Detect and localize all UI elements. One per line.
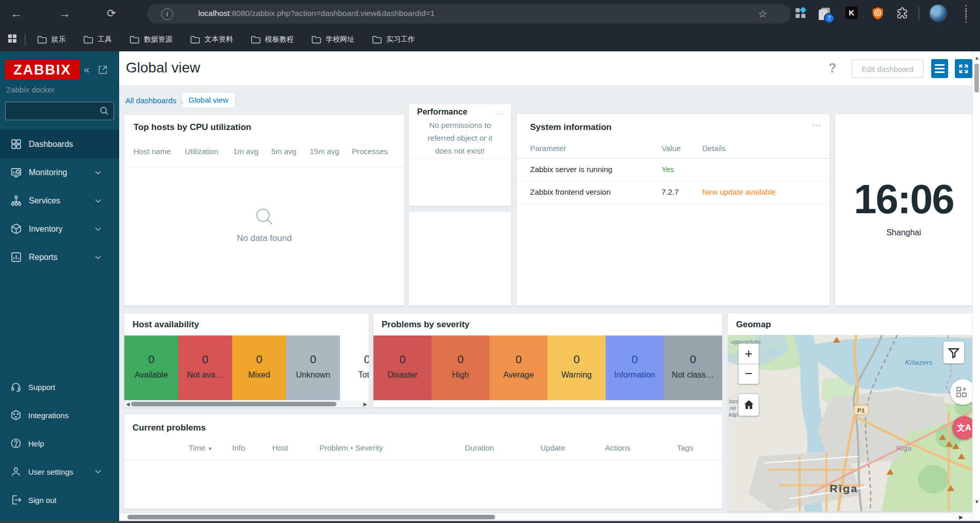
kiosk-mode-button[interactable] bbox=[955, 59, 972, 78]
widget-title[interactable]: Geomap bbox=[736, 320, 771, 330]
column-header[interactable]: Processes bbox=[352, 147, 388, 156]
breadcrumb-all-dashboards[interactable]: All dashboards bbox=[125, 96, 176, 105]
column-header-time[interactable]: Time ▼ bbox=[189, 443, 213, 452]
bookmark-folder[interactable]: 娱乐 bbox=[37, 35, 66, 44]
breadcrumb-current[interactable]: Global view bbox=[182, 93, 235, 107]
bookmark-folder[interactable]: 数据资源 bbox=[129, 35, 173, 44]
extension-pages-icon[interactable]: 7 bbox=[818, 7, 832, 23]
column-header[interactable]: Tags bbox=[677, 443, 693, 452]
bookmark-label: 文本资料 bbox=[204, 35, 233, 44]
url-text[interactable]: localhost:8080/zabbix.php?action=dashboa… bbox=[198, 9, 435, 18]
scroll-down-icon[interactable]: ▼ bbox=[974, 499, 979, 505]
extension-grid-icon[interactable] bbox=[794, 7, 807, 22]
column-header[interactable]: Duration bbox=[465, 443, 494, 452]
fullscreen-icon bbox=[958, 63, 969, 74]
severity-block-information[interactable]: 0Information bbox=[606, 335, 664, 400]
widget-title[interactable]: Host availability bbox=[133, 320, 199, 330]
sign-out-icon bbox=[10, 494, 22, 506]
scrollbar-thumb[interactable] bbox=[127, 515, 495, 519]
scroll-left-icon[interactable]: ◀ bbox=[126, 402, 130, 407]
scroll-right-icon[interactable]: ▶ bbox=[959, 515, 963, 520]
bookmark-folder[interactable]: 学校网址 bbox=[311, 35, 354, 44]
sidebar-item-dashboards[interactable]: Dashboards bbox=[0, 130, 119, 158]
vertical-scrollbar[interactable]: ▲ ▼ bbox=[972, 51, 980, 521]
reload-icon[interactable]: ⟳ bbox=[107, 6, 116, 21]
extension-shield-icon[interactable] bbox=[871, 7, 884, 22]
sidebar-search-input[interactable] bbox=[5, 102, 114, 120]
scrollbar-thumb[interactable] bbox=[131, 402, 336, 406]
map-filter-button[interactable] bbox=[943, 341, 965, 364]
severity-block-high[interactable]: 0High bbox=[431, 335, 489, 400]
column-header[interactable]: Host name bbox=[134, 147, 171, 156]
sidebar-item-help[interactable]: Help bbox=[0, 431, 119, 456]
bookmark-folder[interactable]: 实习工作 bbox=[372, 35, 415, 44]
pin-sidebar-icon[interactable] bbox=[98, 65, 108, 77]
apps-grid-icon[interactable] bbox=[7, 33, 17, 46]
availability-block-not-available[interactable]: 0Not ava… bbox=[178, 335, 232, 400]
sidebar-item-support[interactable]: Support bbox=[0, 374, 119, 400]
browser-menu-icon[interactable]: ⋮⋮⋮ bbox=[962, 6, 970, 22]
availability-block-mixed[interactable]: 0Mixed bbox=[232, 335, 286, 400]
widget-menu-icon[interactable]: ⋯ bbox=[812, 119, 822, 131]
widget-title[interactable]: Problems by severity bbox=[382, 320, 469, 330]
sidebar-item-user-settings[interactable]: User settings bbox=[0, 459, 119, 484]
edit-dashboard-button[interactable]: Edit dashboard bbox=[852, 60, 924, 78]
scroll-right-icon[interactable]: ▶ bbox=[363, 402, 367, 407]
site-info-icon[interactable]: i bbox=[161, 8, 173, 20]
sidebar-item-integrations[interactable]: Integrations bbox=[0, 402, 119, 428]
extension-badge: 7 bbox=[824, 13, 835, 24]
widget-scrollbar[interactable]: ◀ ▶ bbox=[124, 401, 369, 407]
column-header[interactable]: Utilization bbox=[185, 147, 218, 156]
extension-k-icon[interactable]: K bbox=[845, 7, 858, 19]
sidebar-item-reports[interactable]: Reports bbox=[0, 243, 119, 271]
map-zoom-out-button[interactable]: − bbox=[738, 364, 759, 384]
back-icon[interactable]: ← bbox=[10, 6, 22, 21]
value-cell: Yes bbox=[662, 165, 674, 174]
sidebar-item-sign-out[interactable]: Sign out bbox=[0, 487, 119, 513]
column-header[interactable]: Info bbox=[232, 443, 245, 452]
address-bar[interactable]: i localhost:8080/zabbix.php?action=dashb… bbox=[147, 4, 791, 24]
widget-title[interactable]: System information bbox=[530, 122, 612, 133]
sidebar-item-services[interactable]: Services bbox=[0, 186, 119, 215]
severity-block-not-classified[interactable]: 0Not class… bbox=[664, 335, 722, 400]
bookmark-folder[interactable]: 工具 bbox=[83, 35, 112, 44]
bookmark-folder[interactable]: 模板教程 bbox=[251, 35, 294, 44]
availability-block-unknown[interactable]: 0Unknown bbox=[286, 335, 340, 400]
help-icon[interactable]: ? bbox=[828, 61, 836, 76]
update-available-link[interactable]: New update available bbox=[702, 188, 776, 196]
column-header[interactable]: 5m avg bbox=[271, 147, 296, 156]
scroll-up-icon[interactable]: ▲ bbox=[974, 55, 979, 61]
dashboard-menu-button[interactable] bbox=[931, 59, 948, 78]
bookmark-folder[interactable]: 文本资料 bbox=[190, 35, 233, 44]
column-header[interactable]: Update bbox=[540, 443, 565, 452]
availability-block-total[interactable]: 0Total bbox=[340, 335, 369, 400]
severity-block-warning[interactable]: 0Warning bbox=[548, 335, 606, 400]
zabbix-logo[interactable]: ZABBIX bbox=[5, 60, 80, 80]
availability-block-available[interactable]: 0Available bbox=[124, 335, 178, 400]
column-header[interactable]: Host bbox=[272, 443, 288, 452]
widget-title[interactable]: Top hosts by CPU utilization bbox=[134, 122, 251, 133]
column-header[interactable]: Problem • Severity bbox=[319, 443, 383, 452]
scrollbar-thumb[interactable] bbox=[974, 64, 979, 92]
map-zoom-in-button[interactable]: + bbox=[738, 343, 759, 364]
bookmark-star-icon[interactable]: ☆ bbox=[758, 8, 767, 20]
column-header[interactable]: Actions bbox=[605, 443, 630, 452]
severity-block-disaster[interactable]: 0Disaster bbox=[373, 335, 431, 400]
column-header[interactable]: 15m avg bbox=[310, 147, 340, 156]
severity-block-average[interactable]: 0Average bbox=[489, 335, 548, 400]
forward-icon[interactable]: → bbox=[59, 6, 70, 21]
sidebar-item-inventory[interactable]: Inventory bbox=[0, 215, 119, 243]
widget-title[interactable]: Current problems bbox=[133, 423, 206, 433]
breadcrumb-current-link[interactable]: Global view bbox=[189, 96, 229, 104]
collapse-sidebar-icon[interactable]: « bbox=[84, 64, 89, 76]
home-icon bbox=[743, 399, 755, 410]
column-header[interactable]: 1m avg bbox=[233, 147, 258, 156]
sidebar-item-monitoring[interactable]: Monitoring bbox=[0, 158, 119, 186]
geomap-map[interactable]: ugavarivas s Kišezers bas ne kāp P1 Rīga… bbox=[728, 335, 972, 511]
profile-avatar[interactable] bbox=[930, 5, 947, 22]
map-home-button[interactable] bbox=[738, 394, 759, 416]
extensions-puzzle-icon[interactable] bbox=[896, 7, 909, 22]
reports-icon bbox=[10, 251, 22, 263]
horizontal-scrollbar[interactable]: ▶ bbox=[119, 513, 972, 521]
column-header: Details bbox=[702, 144, 726, 153]
